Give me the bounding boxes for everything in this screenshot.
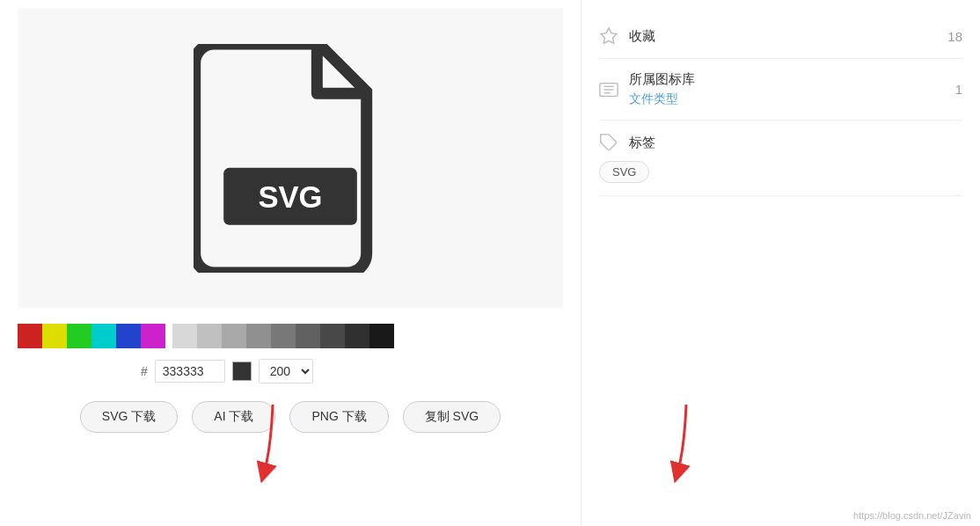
gray-swatch[interactable]: [222, 324, 246, 348]
favorite-count: 18: [947, 29, 962, 44]
copy-svg-button[interactable]: 复制 SVG: [403, 401, 501, 433]
favorite-row: 收藏 18: [599, 14, 962, 59]
svg-download-button[interactable]: SVG 下载: [80, 401, 178, 433]
rainbow-swatch[interactable]: [42, 324, 67, 348]
gray-swatches[interactable]: [172, 324, 394, 348]
svg-text:SVG: SVG: [258, 180, 322, 214]
library-row: 所属图标库 文件类型 1: [599, 59, 962, 121]
star-icon: [599, 26, 618, 46]
svg-icon: SVG: [194, 44, 387, 273]
color-preview-box[interactable]: [232, 362, 252, 381]
color-hex-input[interactable]: [155, 360, 225, 383]
rainbow-swatch[interactable]: [18, 324, 42, 348]
file-type-link[interactable]: 文件类型: [629, 91, 695, 107]
tags-label: 标签: [629, 135, 655, 151]
png-download-button[interactable]: PNG 下载: [289, 401, 388, 433]
icon-preview: SVG: [18, 9, 563, 308]
gray-swatch[interactable]: [271, 324, 296, 348]
rainbow-swatch[interactable]: [141, 324, 165, 348]
rainbow-swatch[interactable]: [67, 324, 91, 348]
favorite-label: 收藏: [629, 28, 655, 45]
list-icon: [599, 82, 618, 98]
color-picker-row: # 200 100 300 400 500: [141, 359, 313, 384]
ai-download-button[interactable]: AI 下载: [192, 401, 275, 433]
size-select[interactable]: 200 100 300 400 500: [259, 359, 313, 384]
rainbow-swatches[interactable]: [18, 324, 165, 348]
gray-swatch[interactable]: [296, 324, 320, 348]
tag-badge[interactable]: SVG: [599, 161, 649, 183]
gray-swatch[interactable]: [345, 324, 369, 348]
buttons-row: SVG 下载AI 下载PNG 下载复制 SVG: [80, 401, 501, 433]
right-panel: 收藏 18 所属图标库 文件类型 1: [581, 0, 980, 526]
rainbow-swatch[interactable]: [116, 324, 141, 348]
gray-swatch[interactable]: [172, 324, 197, 348]
gray-swatch[interactable]: [369, 324, 394, 348]
main-layout: SVG # 200 100 300 400 500 SVG 下载AI 下载PNG…: [0, 0, 980, 526]
library-count: 1: [955, 82, 962, 97]
tag-icon: [599, 133, 618, 152]
gray-swatch[interactable]: [246, 324, 271, 348]
tags-row: 标签 SVG: [599, 121, 962, 196]
left-panel: SVG # 200 100 300 400 500 SVG 下载AI 下载PNG…: [0, 0, 581, 526]
tags-container: SVG: [599, 161, 962, 183]
color-palette-row: [18, 324, 394, 348]
library-label: 所属图标库: [629, 71, 695, 86]
watermark: https://blog.csdn.net/JZavin: [853, 510, 971, 521]
hash-label: #: [141, 364, 148, 378]
rainbow-swatch[interactable]: [91, 324, 116, 348]
svg-marker-2: [601, 28, 617, 43]
gray-swatch[interactable]: [320, 324, 345, 348]
gray-swatch[interactable]: [197, 324, 222, 348]
